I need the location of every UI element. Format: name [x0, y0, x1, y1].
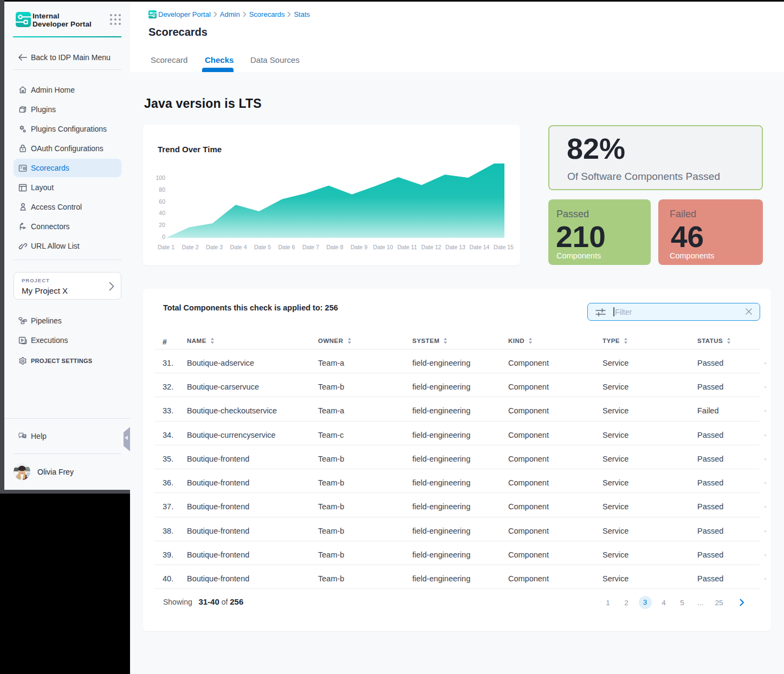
- svg-text:Date 10: Date 10: [373, 244, 393, 250]
- svg-text:Date 2: Date 2: [182, 244, 199, 250]
- svg-text:40: 40: [159, 210, 165, 216]
- svg-text:Date 5: Date 5: [254, 244, 271, 250]
- svg-text:Date 1: Date 1: [158, 244, 174, 250]
- svg-text:Date 14: Date 14: [470, 244, 490, 250]
- svg-text:Date 7: Date 7: [302, 244, 319, 250]
- svg-text:Date 6: Date 6: [278, 244, 295, 250]
- svg-text:Date 13: Date 13: [445, 244, 465, 250]
- svg-text:60: 60: [159, 198, 165, 205]
- svg-text:80: 80: [159, 186, 165, 193]
- svg-text:Date 11: Date 11: [398, 244, 417, 250]
- svg-text:Date 3: Date 3: [206, 244, 223, 250]
- svg-text:Date 4: Date 4: [230, 244, 247, 250]
- svg-text:0: 0: [162, 234, 165, 240]
- svg-text:Date 8: Date 8: [327, 244, 344, 250]
- svg-text:100: 100: [155, 174, 165, 181]
- svg-text:Date 9: Date 9: [351, 244, 367, 250]
- svg-text:20: 20: [159, 222, 165, 228]
- svg-text:Date 12: Date 12: [422, 244, 442, 250]
- svg-text:Date 15: Date 15: [494, 244, 514, 250]
